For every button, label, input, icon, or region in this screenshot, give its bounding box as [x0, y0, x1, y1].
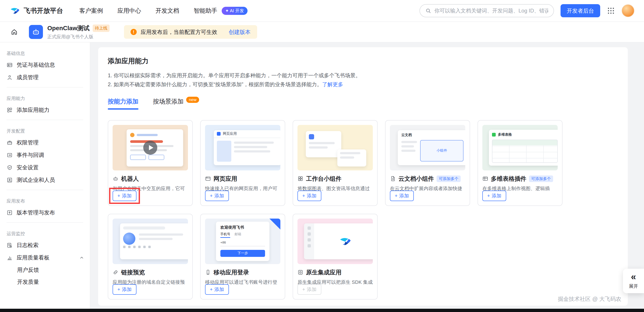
building-person-icon — [6, 177, 13, 183]
corner-ribbon — [270, 219, 280, 230]
log-search-icon — [6, 242, 13, 248]
ai-dev-badge: ✦ AI 开发 — [222, 7, 248, 15]
sidebar-item-label: 应用质量看板 — [17, 254, 50, 261]
card-description: 在云文档中扩展内容或者添加快捷操作。 — [390, 185, 465, 191]
capability-card-base-plugin: 多维表格 多维表格插件 可添加多个 在多维表格上制作视图、逻辑插件，让你的多维表… — [478, 120, 562, 206]
search-icon — [425, 8, 431, 14]
sidebar-section-monitor: 运营监控 — [0, 226, 90, 239]
publish-notice: 应用发布后，当前配置方可生效 创建版本 — [124, 25, 257, 39]
sidebar-item-label: 版本管理与发布 — [17, 209, 55, 216]
plus-icon: + — [395, 193, 398, 199]
top-nav-right: 开发者后台 — [420, 4, 634, 17]
capability-card-webapp: 网页应用 网页应用 快速接入已有的网页应用，用户可以通过飞书客户端免登录快速进入… — [200, 120, 285, 206]
sidebar-section-basic: 基础信息 — [0, 46, 90, 59]
add-mobile-login-button[interactable]: +添加 — [205, 284, 229, 295]
sidebar-item-label: 测试企业和人员 — [17, 176, 55, 184]
app-header-bar: OpenClaw测试 待上线 正式应用@飞书个人版 应用发布后，当前配置方可生效… — [0, 22, 644, 42]
add-link-preview-button[interactable]: +添加 — [112, 284, 136, 295]
plus-icon: + — [302, 287, 305, 292]
sidebar-item-version-release[interactable]: 版本管理与发布 — [0, 206, 90, 219]
plus-icon: + — [210, 193, 213, 199]
capability-card-docs-widget: 云文档 小组件 云文档小组件 可添加多个 在云文档中扩展内容或者添加快捷操作。 … — [385, 120, 470, 206]
nav-item-dev-docs[interactable]: 开发文档 — [156, 7, 179, 15]
card-title: 移动应用登录 — [214, 269, 249, 276]
watermark-text: 掘金技术社区 @ 大飞码农 — [558, 295, 621, 303]
search-input[interactable] — [434, 8, 548, 14]
grid-plus-icon — [6, 107, 13, 113]
divider — [6, 120, 83, 120]
card-description: 应用能为注册的域名自定义链接预览，用户在飞书发送链接后，能在链接下方展示… — [112, 279, 188, 284]
bottom-screen-edge — [0, 309, 644, 312]
developer-console-button[interactable]: 开发者后台 — [560, 4, 600, 17]
card-description: 在多维表格上制作视图、逻辑插件，让你的多维表格变得更强大。 — [482, 185, 558, 191]
plus-icon: + — [302, 193, 305, 199]
sidebar-item-quality-board[interactable]: 应用质量看板 — [0, 251, 90, 264]
card-title: 网页应用 — [214, 175, 237, 183]
sidebar-item-label: 权限管理 — [17, 139, 38, 146]
bar-chart-icon — [6, 255, 13, 261]
global-search[interactable] — [420, 4, 554, 17]
top-navigation: 飞书开放平台 客户案例 应用中心 开发文档 智能助手 ✦ AI 开发 开发者后台 — [0, 0, 644, 22]
capability-card-native-integration: 原生集成应用 原生集成应用可以把原生 SDK 集成到飞书本地，并调用其中的对应方… — [293, 214, 378, 300]
link-icon — [112, 269, 118, 275]
app-icon[interactable] — [29, 25, 43, 39]
nav-item-app-center[interactable]: 应用中心 — [118, 7, 141, 15]
add-docs-widget-button[interactable]: +添加 — [390, 191, 414, 201]
sidebar-item-label: 凭证与基础信息 — [17, 61, 55, 68]
add-webapp-button[interactable]: +添加 — [205, 191, 229, 201]
play-icon — [149, 145, 153, 150]
add-workplace-widget-button[interactable]: +添加 — [298, 191, 321, 201]
capability-panel: 添加应用能力 1. 你可以根据实际需求，为应用开启能力。单个应用可开启多种能力，… — [98, 47, 628, 306]
nav-item-customer-cases[interactable]: 客户案例 — [79, 7, 103, 15]
sidebar-item-label: 用户反馈 — [17, 266, 39, 274]
sidebar-item-events[interactable]: 事件与回调 — [0, 149, 90, 161]
add-base-plugin-button[interactable]: +添加 — [482, 191, 506, 201]
card-title: 多维表格插件 — [491, 175, 526, 183]
sidebar-item-label: 添加应用能力 — [17, 106, 50, 114]
sidebar-item-test-org[interactable]: 测试企业和人员 — [0, 174, 90, 186]
top-nav-items: 客户案例 应用中心 开发文档 智能助手 ✦ AI 开发 — [79, 7, 248, 15]
callback-icon — [6, 152, 13, 158]
plus-icon: + — [210, 287, 213, 292]
expand-label: 展开 — [623, 283, 644, 289]
widgets-grid-icon — [298, 176, 304, 182]
tab-by-scene[interactable]: 按场景添加 new — [153, 97, 199, 110]
user-avatar[interactable] — [622, 4, 634, 17]
plus-icon: + — [118, 287, 120, 292]
sidebar-item-permissions[interactable]: 权限管理 — [0, 136, 90, 149]
expand-panel-control[interactable]: « 展开 — [623, 269, 644, 293]
phone-icon — [205, 269, 211, 275]
app-subtitle: 正式应用@飞书个人版 — [47, 34, 110, 40]
play-video-button[interactable] — [143, 141, 157, 155]
sidebar-item-add-capability[interactable]: 添加应用能力 — [0, 104, 90, 116]
browser-icon — [205, 176, 211, 182]
sidebar-item-log-search[interactable]: 日志检索 — [0, 239, 90, 251]
sidebar-subitem-user-feedback[interactable]: 用户反馈 — [0, 264, 90, 276]
home-button[interactable] — [8, 25, 20, 38]
widget-preview-image — [298, 125, 373, 170]
sidebar-item-credentials[interactable]: 凭证与基础信息 — [0, 59, 90, 71]
feishu-logo-icon — [10, 6, 20, 16]
person-icon — [6, 74, 13, 80]
sidebar-subitem-dev-quality[interactable]: 开发质量 — [0, 276, 90, 288]
collapse-chevrons-icon: « — [623, 272, 644, 281]
apps-grid-icon[interactable] — [607, 6, 615, 15]
nav-item-ai-assistant[interactable]: 智能助手 — [194, 7, 217, 15]
brand[interactable]: 飞书开放平台 — [10, 6, 63, 16]
create-version-link[interactable]: 创建版本 — [229, 28, 250, 36]
capability-card-mobile-login: 欢迎使用飞书 手机号 邮箱 +86 下一步 移动应用登录 移动应用可以通过飞书账… — [200, 214, 285, 300]
learn-more-link[interactable]: 了解更多 — [322, 81, 343, 87]
tab-by-capability[interactable]: 按能力添加 — [108, 97, 138, 110]
publish-icon — [6, 210, 13, 216]
add-bot-button[interactable]: +添加 — [112, 191, 136, 201]
chevron-up-icon — [79, 255, 84, 260]
link-preview-image — [112, 219, 188, 264]
sidebar-item-members[interactable]: 成员管理 — [0, 71, 90, 84]
card-description: 快速接入已有的网页应用，用户可以通过飞书客户端免登录快速进入。 — [205, 185, 280, 191]
desc-line-2: 2. 如果尚不确定需要添加什么能力，可切换至“按场景添加”，根据所需的业务场景选… — [108, 80, 618, 89]
plus-icon: + — [487, 193, 490, 199]
bot-preview-image — [112, 125, 188, 170]
sidebar-item-security[interactable]: 安全设置 — [0, 161, 90, 174]
feishu-mini-logo-icon — [339, 235, 351, 248]
desc-line-1: 1. 你可以根据实际需求，为应用开启能力。单个应用可开启多种能力，一个能力可用于… — [108, 71, 618, 80]
